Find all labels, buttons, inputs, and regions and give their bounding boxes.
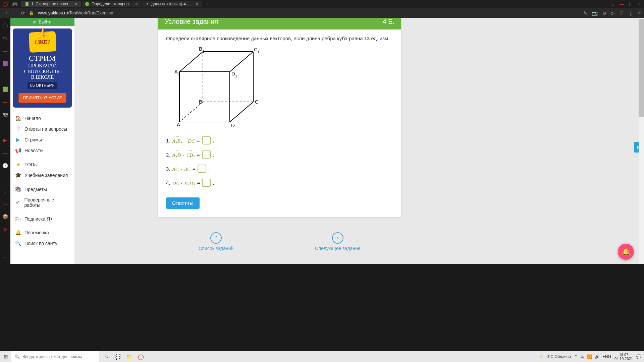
url-text[interactable]: www.yaklass.ru/TestWorkRun/Exercise — [38, 10, 113, 15]
rail-icon[interactable]: 📦 — [2, 214, 8, 219]
rail-icon[interactable]: — — [3, 176, 8, 181]
sidebar-item[interactable]: 📚Предметы — [10, 184, 74, 195]
sidebar-item[interactable]: Я+Подписка Я+ — [10, 214, 74, 224]
lang-indicator[interactable]: ENG — [602, 354, 611, 359]
svg-text:1: 1 — [235, 74, 237, 78]
menu-icon: 📚 — [15, 186, 21, 192]
sidebar-item[interactable]: 🎓Учебные заведения — [10, 170, 74, 181]
close-window-icon[interactable]: ✕ — [638, 2, 641, 7]
block-icon[interactable]: ⊘ — [602, 10, 606, 16]
network-icon[interactable]: 🖧 — [580, 354, 584, 359]
exit-button[interactable]: ⎋ Выйти — [10, 18, 74, 26]
tab-favicon: з — [145, 2, 149, 6]
site-sidebar: ⎋ Выйти LIKE!! СТРИМ ПРОКАЧАЙ СВОИ СКИЛЛ… — [10, 18, 74, 264]
maximize-icon[interactable]: ◻ — [629, 2, 633, 7]
wifi-icon[interactable]: 📶 — [587, 354, 592, 359]
sidebar-item[interactable]: 📢Новости — [10, 145, 74, 156]
svg-text:B: B — [199, 47, 202, 52]
scrollbar[interactable] — [639, 18, 644, 264]
task-list-link[interactable]: ⌃ Список заданий — [199, 232, 233, 251]
svg-line-0 — [179, 52, 203, 72]
rail-icon[interactable]: — — [3, 125, 8, 130]
rail-more-icon[interactable]: ⋯ — [3, 255, 8, 260]
clock[interactable]: 19:07 04.10.2021 — [614, 353, 633, 361]
whatsapp-icon[interactable]: 🟩 — [2, 86, 8, 92]
answer-input[interactable] — [202, 136, 211, 144]
forward-button[interactable]: 〉 — [12, 10, 17, 16]
camera-icon[interactable]: 📷 — [592, 10, 598, 16]
heart-icon[interactable]: ♡ — [620, 10, 624, 16]
task-card: Условие задания: 4 Б. Определи скалярное… — [158, 18, 401, 217]
rail-icon[interactable]: 🕐 — [2, 163, 8, 168]
rail-icon[interactable]: ◯ — [3, 23, 8, 28]
send-icon[interactable]: ▷ — [611, 10, 615, 16]
sidebar-item[interactable]: ✔Проверочные работы — [10, 195, 74, 210]
close-tab-icon[interactable]: ✕ — [135, 2, 138, 6]
task-view-icon[interactable]: ○ — [102, 352, 111, 361]
task-points: 4 Б. — [383, 18, 394, 25]
rail-icon[interactable]: 🟪 — [2, 61, 8, 66]
instagram-icon[interactable]: 📷 — [2, 112, 8, 117]
weather-widget[interactable]: ⛅ 0°C Облачно — [540, 354, 571, 359]
minimize-icon[interactable]: — — [620, 2, 624, 7]
search-icon[interactable]: ⌕ — [612, 2, 614, 7]
taskbar-search[interactable]: 🔍 Введите здесь текст для поиска — [11, 351, 99, 362]
answer-button[interactable]: Ответить! — [166, 197, 200, 209]
sidebar-item[interactable]: ★ТОПы — [10, 159, 74, 170]
rail-icon[interactable]: — — [3, 74, 8, 79]
close-tab-icon[interactable]: ✕ — [74, 2, 78, 6]
notifications-fab[interactable]: 🔔 — [618, 244, 634, 260]
opera-sidebar: ◯ 🛍 — 🟪 — 🟩 — 📷 — ▶ — 🕐 — ⭳ — 📦 ⚙ ⋯ — [0, 18, 10, 264]
back-button[interactable]: 〈 — [3, 10, 8, 16]
svg-line-1 — [230, 52, 253, 72]
rail-icon[interactable]: — — [3, 48, 8, 54]
reload-button[interactable]: ⟳ — [21, 10, 25, 16]
url-bar: 〈 〉 ⟳ 🔒 www.yaklass.ru/TestWorkRun/Exerc… — [0, 8, 644, 18]
rail-icon[interactable]: — — [3, 99, 8, 105]
browser-tab[interactable]: зданы векторы a(-4 -2 1)b(✕ — [142, 1, 202, 7]
rail-icon[interactable]: — — [3, 150, 8, 156]
sidebar-item[interactable]: 🏠Начало — [10, 113, 74, 124]
svg-text:B: B — [199, 99, 202, 105]
task-item: 4. DA · B₁D₁ = . — [166, 179, 393, 187]
download-icon[interactable]: ⭳ — [629, 10, 633, 16]
rail-download-icon[interactable]: ⭳ — [3, 188, 8, 194]
new-tab-button[interactable]: + — [202, 1, 212, 7]
sidebar-item[interactable]: 🔔Переменка — [10, 227, 74, 238]
next-task-link[interactable]: › Следующее задание — [315, 232, 361, 251]
task-statement: Определи скалярное произведение данных в… — [166, 36, 393, 41]
rail-icon[interactable]: ▶ — [3, 137, 7, 143]
opera-icon[interactable]: ◯ — [3, 1, 8, 7]
sidebar-item[interactable]: ❔Ответы на вопросы — [10, 124, 74, 134]
tab-favicon: 📗 — [24, 2, 29, 6]
weather-icon: ⛅ — [540, 354, 545, 359]
menu-icon[interactable]: ≡ — [638, 10, 641, 16]
promo-cta-button[interactable]: ПРИНЯТЬ УЧАСТИЕ — [18, 93, 66, 103]
rail-icon[interactable]: — — [3, 201, 8, 206]
browser-tab[interactable]: 📗1. Скалярное произведен✕ — [21, 1, 82, 7]
cortana-icon[interactable]: 💬 — [113, 352, 123, 361]
exit-icon: ⎋ — [33, 19, 36, 24]
explorer-icon[interactable]: 📁 — [125, 352, 134, 361]
sidebar-item[interactable]: 🔍Поиск по сайту — [10, 238, 74, 249]
browser-tab[interactable]: 🟢Определи скалярное прои✕ — [82, 1, 142, 7]
start-button[interactable]: ⊞ — [0, 354, 11, 360]
tray-chevron-icon[interactable]: ⌃ — [574, 354, 578, 359]
opera-taskbar-icon[interactable]: ◯ — [136, 352, 146, 361]
sidebar-menu: 🏠Начало❔Ответы на вопросы▶Стримы📢Новости… — [10, 110, 74, 251]
close-tab-icon[interactable]: ✕ — [195, 2, 199, 6]
menu-icon: 🔍 — [15, 240, 21, 246]
discord-icon[interactable]: 🎮 — [12, 1, 18, 7]
sidebar-item[interactable]: ▶Стримы — [10, 134, 74, 145]
volume-icon[interactable]: 🔊 — [595, 354, 600, 359]
rail-icon[interactable]: 🛍 — [3, 36, 8, 41]
answer-input[interactable] — [198, 165, 206, 173]
rail-settings-icon[interactable]: ⚙ — [3, 227, 7, 232]
edit-icon[interactable]: ✎ — [583, 10, 587, 16]
answer-input[interactable] — [202, 150, 211, 159]
cube-figure: A1 B1 C1 D1 A B C D — [169, 47, 263, 130]
task-item: 1. A₁B₁ · DC = ; — [166, 136, 393, 144]
answer-input[interactable] — [202, 179, 211, 187]
promo-banner[interactable]: LIKE!! СТРИМ ПРОКАЧАЙ СВОИ СКИЛЛЫ В ШКОЛ… — [13, 28, 72, 108]
notification-center-icon[interactable]: 💬 — [636, 354, 641, 359]
